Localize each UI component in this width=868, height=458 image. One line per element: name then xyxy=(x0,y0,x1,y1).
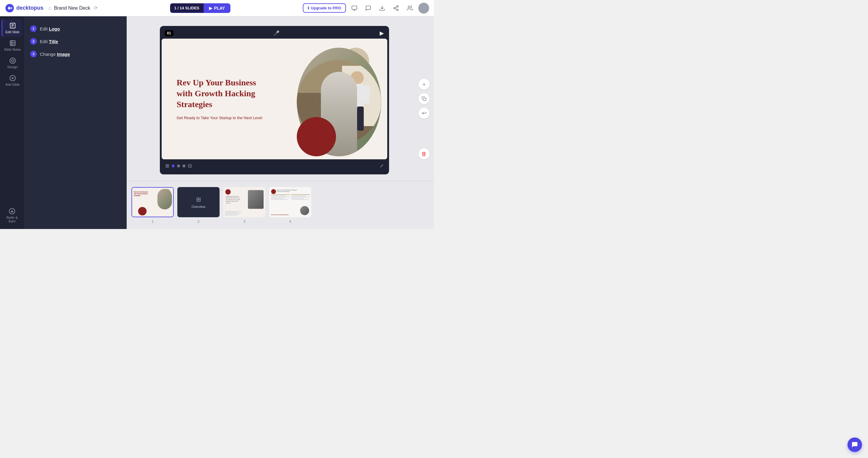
slide-title[interactable]: Rev Up Your Business with Growth Hacking… xyxy=(177,77,273,110)
team-icon-btn[interactable] xyxy=(404,3,415,13)
user-avatar[interactable] xyxy=(418,3,429,13)
share-icon-btn[interactable] xyxy=(391,3,401,13)
svg-rect-34 xyxy=(364,85,370,103)
play-button[interactable]: ▶ PLAY xyxy=(204,3,230,13)
mini-avatar-4 xyxy=(300,206,309,215)
upgrade-button[interactable]: ℹ Upgrade to PRO xyxy=(303,3,346,13)
mini-title-1: Rev Up Your Business with Growth Hacking… xyxy=(134,191,151,197)
delete-btn-area: 🗑 xyxy=(418,148,430,160)
mini-dark-circle-1 xyxy=(138,207,147,215)
topbar-center: 1 / 14 SLIDES ▶ PLAY xyxy=(98,3,303,13)
panel-text-logo: Edit Logo xyxy=(40,26,60,31)
sidebar-item-label: Edit Slide xyxy=(5,30,19,34)
content-area: 01 🎤 ▶ xyxy=(127,16,434,229)
logo-text: decktopus xyxy=(16,5,43,11)
mini-circle-3 xyxy=(225,189,231,194)
strip-num-2: 2 xyxy=(197,220,199,223)
main-layout: Edit Slide Slide Notes Design Add Slide xyxy=(0,16,434,229)
slide-preview-wrapper: 01 🎤 ▶ xyxy=(127,16,434,181)
mini-photo-1 xyxy=(157,189,172,209)
sidebar: Edit Slide Slide Notes Design Add Slide xyxy=(0,16,24,229)
slide-bottombar: ⊞ ⊟ ⤢ xyxy=(162,159,387,173)
refer-icon xyxy=(9,208,16,215)
svg-point-37 xyxy=(324,109,335,120)
strip-slide-4[interactable]: Why are Growth Hacking Strategies import… xyxy=(269,187,311,223)
strip-thumb-1[interactable]: Rev Up Your Business with Growth Hacking… xyxy=(131,187,174,217)
nav-grid-icon[interactable]: ⊞ xyxy=(165,163,169,169)
download-icon-btn[interactable] xyxy=(377,3,388,13)
strip-slide-3[interactable]: Introduction to Growth Hacking Strategie… xyxy=(223,187,266,223)
overview-label: Overview xyxy=(191,205,206,209)
deck-name[interactable]: Brand New Deck xyxy=(54,5,90,11)
slide-subtitle[interactable]: Get Ready to Take Your Startup to the Ne… xyxy=(177,115,273,121)
right-actions: ＋ ↩ xyxy=(418,79,430,119)
svg-point-19 xyxy=(11,59,13,62)
slide-nav-dots: ⊞ ⊟ xyxy=(165,163,192,169)
strip-num-1: 1 xyxy=(152,220,154,223)
overview-icon: ⊞ xyxy=(196,196,201,203)
sidebar-item-design[interactable]: Design xyxy=(1,54,23,72)
app-logo[interactable]: decktopus xyxy=(5,3,43,13)
panel-item-title[interactable]: 2 Edit Title xyxy=(29,35,122,48)
zoom-in-button[interactable]: ＋ xyxy=(418,79,430,90)
svg-line-7 xyxy=(395,8,397,9)
undo-button[interactable]: ↩ xyxy=(418,108,430,119)
nav-layout-icon[interactable]: ⊟ xyxy=(188,163,192,169)
microphone-icon[interactable]: 🎤 xyxy=(274,30,280,36)
home-icon[interactable]: ⌂ xyxy=(48,5,52,11)
slide-canvas: Rev Up Your Business with Growth Hacking… xyxy=(162,39,387,159)
history-icon[interactable]: ⟳ xyxy=(94,5,98,11)
deco-circle-dark-red xyxy=(297,117,336,156)
panel-item-image[interactable]: 3 Change Image xyxy=(29,48,122,60)
strip-thumb-4-inner: Why are Growth Hacking Strategies import… xyxy=(270,188,311,217)
mini-label-4: Successful Growth Hacking S... xyxy=(271,214,289,215)
play-btn-group[interactable]: 1 / 14 SLIDES ▶ PLAY xyxy=(170,3,230,13)
sidebar-item-edit-slide[interactable]: Edit Slide xyxy=(1,19,23,37)
comment-icon-btn[interactable] xyxy=(363,3,374,13)
sidebar-refer-earn[interactable]: Refer & Earn xyxy=(1,205,23,226)
logo-icon xyxy=(5,3,14,13)
expand-icon[interactable]: ⤢ xyxy=(380,163,384,169)
mini-circle-4 xyxy=(271,189,276,194)
refer-earn-label: Refer & Earn xyxy=(3,216,22,223)
slide-number-badge: 01 xyxy=(165,30,174,36)
mini-photo-3 xyxy=(248,190,264,209)
strip-slide-1[interactable]: Rev Up Your Business with Growth Hacking… xyxy=(131,187,174,223)
nav-dot-active[interactable] xyxy=(172,164,175,167)
svg-rect-14 xyxy=(10,41,15,46)
svg-rect-2 xyxy=(352,6,357,9)
panel-num-3: 3 xyxy=(30,51,37,57)
left-panel: 1 Edit Logo 2 Edit Title 3 Change Image xyxy=(24,16,127,229)
slide-notes-icon xyxy=(9,40,16,47)
svg-point-18 xyxy=(10,58,15,63)
design-icon xyxy=(9,57,16,64)
play-label-text: PLAY xyxy=(214,6,225,10)
svg-point-4 xyxy=(397,5,398,7)
svg-rect-36 xyxy=(357,106,364,131)
strip-thumb-3[interactable]: Introduction to Growth Hacking Strategie… xyxy=(223,187,266,217)
strip-thumb-4[interactable]: Why are Growth Hacking Strategies import… xyxy=(269,187,311,217)
strip-thumb-2-inner: ⊞ Overview xyxy=(178,188,219,217)
slide-text-area: Rev Up Your Business with Growth Hacking… xyxy=(177,77,273,121)
slide-inner-topbar: 01 🎤 ▶ xyxy=(162,28,387,39)
slide-strip: Rev Up Your Business with Growth Hacking… xyxy=(127,181,434,229)
sidebar-item-slide-notes[interactable]: Slide Notes xyxy=(1,37,23,54)
topbar-right: ℹ Upgrade to PRO xyxy=(303,3,429,13)
nav-dot-2[interactable] xyxy=(177,164,180,167)
panel-text-title: Edit Title xyxy=(40,39,58,44)
svg-rect-33 xyxy=(345,85,351,103)
strip-thumb-3-inner: Introduction to Growth Hacking Strategie… xyxy=(224,188,265,217)
present-icon-btn[interactable] xyxy=(349,3,360,13)
svg-rect-35 xyxy=(349,106,356,131)
slide-play-icon[interactable]: ▶ xyxy=(380,30,384,36)
slide-counter: 1 / 14 SLIDES xyxy=(170,3,204,13)
duplicate-button[interactable] xyxy=(418,93,430,104)
strip-slide-2[interactable]: ⊞ Overview 2 xyxy=(177,187,220,223)
panel-num-1: 1 xyxy=(30,25,37,32)
panel-item-logo[interactable]: 1 Edit Logo xyxy=(29,22,122,35)
nav-dot-3[interactable] xyxy=(183,164,185,167)
svg-point-31 xyxy=(350,71,364,85)
strip-thumb-2[interactable]: ⊞ Overview xyxy=(177,187,220,217)
delete-button[interactable]: 🗑 xyxy=(418,148,430,160)
sidebar-item-add-slide[interactable]: Add Slide xyxy=(1,72,23,89)
